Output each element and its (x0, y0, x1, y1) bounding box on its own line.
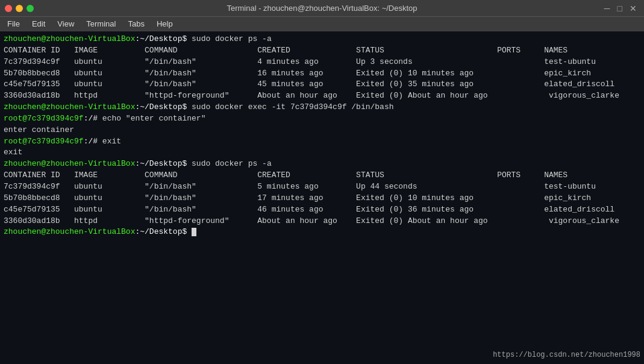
table-row: 5b70b8bbecd8 ubuntu "/bin/bash" 17 minut… (4, 193, 640, 204)
menu-terminal[interactable]: Terminal (81, 18, 120, 30)
menu-tabs[interactable]: Tabs (123, 18, 149, 30)
table-row: 3360d30ad18b httpd "httpd-foreground" Ab… (4, 216, 640, 227)
terminal-body[interactable]: zhouchen@zhouchen-VirtualBox:~/Desktop$ … (0, 31, 644, 364)
menu-help[interactable]: Help (152, 18, 178, 30)
menu-file[interactable]: File (2, 18, 25, 30)
title-bar: Terminal - zhouchen@zhouchen-VirtualBox:… (0, 0, 644, 17)
terminal-prompt-end: zhouchen@zhouchen-VirtualBox:~/Desktop$ (4, 227, 640, 238)
menu-bar: File Edit View Terminal Tabs Help (0, 17, 644, 31)
menu-edit[interactable]: Edit (27, 18, 50, 30)
terminal-line: root@7c379d394c9f:/# exit (4, 136, 640, 148)
watermark-url: https://blog.csdn.net/zhouchen1998 (493, 350, 640, 360)
window-action-controls: ─ □ ✕ (602, 4, 639, 13)
window-controls[interactable] (5, 5, 34, 12)
table-row: 7c379d394c9f ubuntu "/bin/bash" 5 minute… (4, 181, 640, 193)
table-row: c45e75d79135 ubuntu "/bin/bash" 46 minut… (4, 204, 640, 216)
terminal-output: enter container (4, 125, 640, 136)
close-btn[interactable] (5, 5, 12, 12)
maximize-btn[interactable] (27, 5, 34, 12)
table-row: 5b70b8bbecd8 ubuntu "/bin/bash" 16 minut… (4, 68, 640, 80)
terminal-line: root@7c379d394c9f:/# echo "enter contain… (4, 113, 640, 125)
minimize-icon[interactable]: ─ (602, 4, 613, 13)
menu-view[interactable]: View (52, 18, 79, 30)
terminal-header-2: CONTAINER ID IMAGE COMMAND CREATED STATU… (4, 170, 640, 181)
table-row: 3360d30ad18b httpd "httpd-foreground" Ab… (4, 90, 640, 102)
terminal-line: zhouchen@zhouchen-VirtualBox:~/Desktop$ … (4, 158, 640, 170)
close-icon[interactable]: ✕ (627, 4, 639, 13)
table-row: c45e75d79135 ubuntu "/bin/bash" 45 minut… (4, 79, 640, 90)
terminal-line: zhouchen@zhouchen-VirtualBox:~/Desktop$ … (4, 34, 640, 45)
restore-icon[interactable]: □ (615, 4, 625, 13)
minimize-btn[interactable] (16, 5, 23, 12)
terminal-line: zhouchen@zhouchen-VirtualBox:~/Desktop$ … (4, 102, 640, 113)
table-row: 7c379d394c9f ubuntu "/bin/bash" 4 minute… (4, 57, 640, 68)
window-title: Terminal - zhouchen@zhouchen-VirtualBox:… (227, 4, 417, 13)
terminal-header-1: CONTAINER ID IMAGE COMMAND CREATED STATU… (4, 45, 640, 57)
terminal-output: exit (4, 147, 640, 158)
